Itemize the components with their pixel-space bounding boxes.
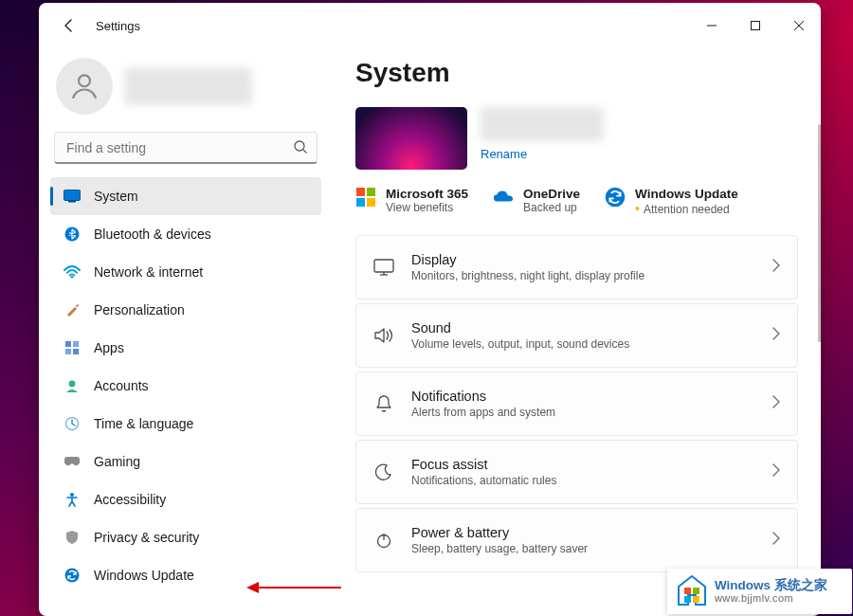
- settings-window: Settings System: [39, 3, 821, 616]
- accounts-icon: [64, 377, 81, 394]
- sidebar-item-network[interactable]: Network & internet: [50, 253, 321, 291]
- info-text: Windows Update Attention needed: [635, 187, 738, 216]
- minimize-button[interactable]: [690, 10, 734, 41]
- pc-name-redacted: [481, 107, 604, 141]
- sidebar-item-label: Bluetooth & devices: [94, 226, 211, 242]
- watermark-text: Windows 系统之家 www.bjjmlv.com: [715, 578, 827, 605]
- main-content: System Rename Microsoft 365 View benefit…: [333, 48, 821, 616]
- svg-rect-1: [752, 22, 760, 30]
- clock-icon: [64, 415, 81, 432]
- sidebar-item-system[interactable]: System: [50, 177, 321, 215]
- paintbrush-icon: [64, 301, 81, 318]
- pc-name-column: Rename: [481, 107, 604, 161]
- card-title: Focus assist: [411, 457, 755, 472]
- card-sub: Monitors, brightness, night light, displ…: [411, 269, 755, 282]
- sidebar-item-personalization[interactable]: Personalization: [50, 291, 321, 329]
- sidebar-item-privacy[interactable]: Privacy & security: [50, 518, 321, 556]
- sidebar-item-label: Time & language: [94, 416, 193, 431]
- minimize-icon: [707, 21, 717, 30]
- card-title: Power & battery: [411, 525, 755, 540]
- scrollbar[interactable]: [818, 124, 821, 342]
- card-display[interactable]: Display Monitors, brightness, night ligh…: [355, 235, 798, 299]
- gaming-icon: [64, 453, 81, 470]
- window-controls: [690, 10, 821, 41]
- info-sub: View benefits: [386, 201, 468, 214]
- system-header-row: Rename: [355, 107, 798, 170]
- svg-rect-25: [374, 260, 393, 272]
- sidebar-item-time-language[interactable]: Time & language: [50, 405, 321, 443]
- sidebar-item-label: Privacy & security: [94, 530, 199, 545]
- svg-rect-32: [693, 588, 699, 594]
- sidebar-item-windows-update[interactable]: Windows Update: [50, 556, 321, 594]
- microsoft365-icon: [355, 187, 376, 208]
- desktop-preview[interactable]: [355, 107, 467, 170]
- chevron-right-icon: [772, 327, 780, 344]
- svg-point-24: [606, 188, 626, 208]
- back-button[interactable]: [54, 10, 84, 41]
- svg-rect-34: [693, 596, 699, 603]
- watermark-logo-icon: [675, 574, 709, 608]
- search-icon: [293, 139, 308, 158]
- sidebar-item-label: Windows Update: [94, 568, 194, 583]
- card-sub: Notifications, automatic rules: [411, 474, 755, 487]
- sidebar-item-apps[interactable]: Apps: [50, 329, 321, 367]
- apps-icon: [64, 339, 81, 356]
- card-text: Notifications Alerts from apps and syste…: [411, 389, 755, 419]
- moon-icon: [373, 463, 394, 480]
- sidebar-item-label: Accessibility: [94, 492, 166, 507]
- info-row: Microsoft 365 View benefits OneDrive Bac…: [355, 187, 798, 216]
- card-sound[interactable]: Sound Volume levels, output, input, soun…: [355, 303, 798, 368]
- sidebar-item-label: Gaming: [94, 454, 140, 469]
- maximize-button[interactable]: [734, 10, 777, 41]
- user-row[interactable]: [46, 58, 325, 126]
- svg-rect-14: [73, 349, 79, 354]
- card-focus-assist[interactable]: Focus assist Notifications, automatic ru…: [355, 440, 798, 504]
- svg-rect-33: [684, 596, 691, 603]
- rename-link[interactable]: Rename: [481, 147, 604, 161]
- svg-rect-20: [356, 188, 365, 196]
- close-button[interactable]: [777, 10, 821, 41]
- svg-point-10: [71, 276, 74, 279]
- card-title: Display: [411, 252, 755, 267]
- card-notifications[interactable]: Notifications Alerts from apps and syste…: [355, 371, 798, 436]
- card-text: Power & battery Sleep, battery usage, ba…: [411, 525, 755, 555]
- card-power-battery[interactable]: Power & battery Sleep, battery usage, ba…: [355, 508, 798, 572]
- nav-list: System Bluetooth & devices Network & int…: [46, 177, 325, 608]
- info-sub: Backed up: [523, 201, 580, 214]
- sidebar-item-bluetooth[interactable]: Bluetooth & devices: [50, 215, 321, 253]
- titlebar: Settings: [39, 3, 821, 48]
- sidebar-item-gaming[interactable]: Gaming: [50, 443, 321, 480]
- bell-icon: [373, 394, 394, 413]
- person-icon: [68, 70, 100, 102]
- sidebar: System Bluetooth & devices Network & int…: [39, 48, 333, 616]
- watermark-url: www.bjjmlv.com: [715, 592, 827, 605]
- svg-rect-22: [356, 198, 365, 207]
- svg-rect-7: [64, 190, 81, 201]
- body: System Bluetooth & devices Network & int…: [39, 48, 821, 616]
- watermark-title: Windows 系统之家: [715, 578, 827, 593]
- chevron-right-icon: [772, 259, 780, 276]
- watermark: Windows 系统之家 www.bjjmlv.com: [667, 569, 852, 614]
- close-icon: [794, 21, 804, 30]
- sound-icon: [373, 327, 394, 344]
- back-arrow-icon: [62, 18, 77, 33]
- sidebar-item-accessibility[interactable]: Accessibility: [50, 480, 321, 518]
- svg-rect-23: [367, 198, 375, 207]
- search-input[interactable]: [54, 132, 318, 164]
- svg-rect-8: [68, 201, 76, 203]
- onedrive-icon: [493, 187, 514, 208]
- card-sub: Alerts from apps and system: [411, 406, 755, 419]
- accessibility-icon: [64, 491, 81, 508]
- card-text: Display Monitors, brightness, night ligh…: [411, 252, 755, 282]
- update-icon: [64, 567, 81, 584]
- user-name-redacted: [124, 67, 252, 105]
- svg-point-19: [65, 569, 80, 583]
- info-card-microsoft365[interactable]: Microsoft 365 View benefits: [355, 187, 468, 216]
- sidebar-item-accounts[interactable]: Accounts: [50, 367, 321, 405]
- info-card-onedrive[interactable]: OneDrive Backed up: [493, 187, 580, 216]
- info-text: OneDrive Backed up: [523, 187, 580, 214]
- chevron-right-icon: [772, 463, 780, 480]
- info-card-windows-update[interactable]: Windows Update Attention needed: [605, 187, 738, 216]
- svg-line-6: [303, 150, 307, 154]
- info-sub: Attention needed: [635, 201, 738, 216]
